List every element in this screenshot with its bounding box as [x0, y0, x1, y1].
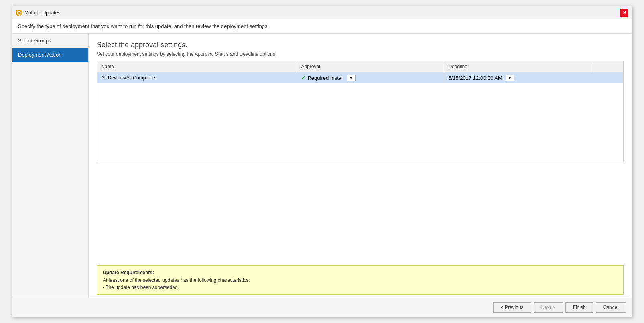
- content-area: Select Groups Deployment Action Select t…: [12, 34, 632, 298]
- approval-value: Required Install: [307, 75, 343, 81]
- content-spacer: [89, 161, 632, 260]
- main-content: Select the approval settings. Set your d…: [89, 34, 632, 298]
- cell-approval: ✓ Required Install ▼: [297, 72, 444, 84]
- cell-name: All Devices/All Computers: [97, 72, 297, 84]
- footer: < Previous Next > Finish Cancel: [12, 298, 632, 317]
- table-header-row: Name Approval Deadline: [97, 61, 623, 72]
- next-button[interactable]: Next >: [534, 302, 563, 313]
- deadline-value: 5/15/2017 12:00:00 AM: [448, 75, 502, 81]
- approval-table-container: Name Approval Deadline All Devices/All C…: [97, 61, 624, 161]
- approval-table: Name Approval Deadline All Devices/All C…: [97, 61, 623, 83]
- main-title: Select the approval settings.: [97, 41, 624, 49]
- col-header-name: Name: [97, 61, 297, 72]
- deadline-cell: 5/15/2017 12:00:00 AM ▼: [448, 75, 587, 81]
- app-icon: Q: [16, 10, 22, 16]
- subtitle-bar: Specify the type of deployment that you …: [12, 19, 632, 34]
- col-header-approval: Approval: [297, 61, 444, 72]
- warning-title: Update Requirements:: [103, 270, 618, 275]
- main-subtitle: Set your deployment settings by selectin…: [97, 51, 624, 57]
- deadline-dropdown[interactable]: ▼: [506, 75, 514, 81]
- dialog-window: Q Multiple Updates ✕ Specify the type of…: [12, 6, 632, 317]
- check-icon: ✓: [301, 75, 306, 81]
- main-header: Select the approval settings. Set your d…: [89, 34, 632, 61]
- title-bar: Q Multiple Updates ✕: [12, 6, 632, 19]
- subtitle-text: Specify the type of deployment that you …: [18, 23, 269, 29]
- warning-box: Update Requirements: At least one of the…: [97, 265, 624, 295]
- approval-dropdown[interactable]: ▼: [347, 75, 356, 81]
- sidebar-item-deployment-action[interactable]: Deployment Action: [12, 48, 88, 62]
- sidebar: Select Groups Deployment Action: [12, 34, 89, 298]
- cell-extra: [591, 72, 623, 84]
- col-header-deadline: Deadline: [444, 61, 591, 72]
- table-row[interactable]: All Devices/All Computers ✓ Required Ins…: [97, 72, 623, 84]
- finish-button[interactable]: Finish: [565, 302, 593, 313]
- col-header-extra: [591, 61, 623, 72]
- warning-line1: At least one of the selected updates has…: [103, 277, 618, 283]
- approval-cell: ✓ Required Install ▼: [301, 75, 440, 81]
- cell-deadline: 5/15/2017 12:00:00 AM ▼: [444, 72, 591, 84]
- title-bar-text: Multiple Updates: [24, 10, 60, 16]
- close-button[interactable]: ✕: [620, 9, 628, 17]
- warning-line2: - The update has been superseded.: [103, 285, 618, 290]
- sidebar-item-select-groups[interactable]: Select Groups: [12, 34, 88, 48]
- previous-button[interactable]: < Previous: [493, 302, 531, 313]
- title-bar-left: Q Multiple Updates: [16, 10, 60, 16]
- cancel-button[interactable]: Cancel: [596, 302, 626, 313]
